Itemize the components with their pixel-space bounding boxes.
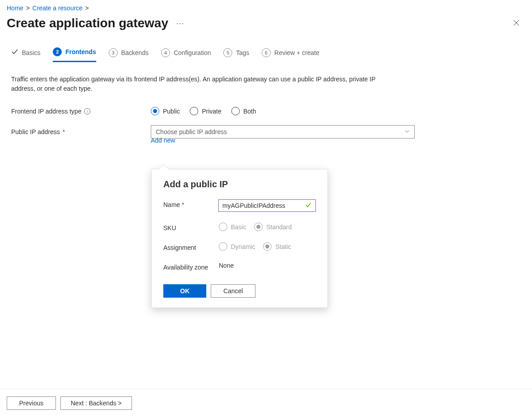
frontend-ip-type-label: Frontend IP address type i bbox=[11, 108, 151, 115]
breadcrumb: Home > Create a resource > bbox=[0, 0, 532, 12]
step-number: 3 bbox=[109, 48, 118, 57]
close-icon[interactable] bbox=[510, 17, 523, 30]
popup-name-input[interactable] bbox=[218, 199, 316, 212]
info-icon[interactable]: i bbox=[84, 108, 90, 114]
tab-label: Tags bbox=[236, 49, 249, 56]
assignment-radio-group: Dynamic Static bbox=[219, 242, 291, 251]
add-public-ip-popup: Add a public IP Name * SKU Basic Standar… bbox=[151, 169, 328, 308]
wizard-footer: Previous Next : Backends > bbox=[0, 389, 532, 417]
label-text: Frontend IP address type bbox=[11, 108, 81, 115]
chevron-down-icon bbox=[404, 128, 410, 135]
step-number: 6 bbox=[262, 48, 271, 57]
required-indicator: * bbox=[182, 201, 184, 208]
tab-review-create[interactable]: 6 Review + create bbox=[262, 48, 319, 62]
tab-label: Review + create bbox=[274, 49, 319, 56]
radio-icon bbox=[219, 242, 227, 251]
radio-sku-basic: Basic bbox=[219, 223, 246, 231]
radio-assignment-static: Static bbox=[263, 242, 291, 251]
add-new-link[interactable]: Add new bbox=[151, 137, 175, 144]
radio-icon bbox=[151, 107, 159, 115]
radio-public[interactable]: Public bbox=[151, 107, 180, 115]
radio-both[interactable]: Both bbox=[231, 107, 256, 115]
radio-label: Public bbox=[163, 108, 180, 115]
breadcrumb-create-resource[interactable]: Create a resource bbox=[32, 4, 82, 12]
radio-icon bbox=[263, 242, 272, 251]
sku-radio-group: Basic Standard bbox=[219, 223, 292, 231]
radio-icon bbox=[219, 223, 227, 231]
checkmark-icon bbox=[305, 202, 311, 210]
radio-icon bbox=[231, 107, 240, 115]
popup-az-label: Availability zone bbox=[163, 262, 219, 271]
breadcrumb-separator: > bbox=[26, 4, 30, 12]
step-number: 2 bbox=[53, 47, 62, 56]
tab-tags[interactable]: 5 Tags bbox=[223, 48, 249, 62]
popup-sku-label: SKU bbox=[163, 223, 219, 232]
tab-backends[interactable]: 3 Backends bbox=[109, 48, 149, 62]
popup-assignment-label: Assignment bbox=[163, 242, 219, 251]
radio-label: Both bbox=[243, 108, 256, 115]
cancel-button[interactable]: Cancel bbox=[211, 284, 255, 298]
radio-label: Standard bbox=[266, 223, 292, 231]
tab-configuration[interactable]: 4 Configuration bbox=[161, 48, 211, 62]
radio-private[interactable]: Private bbox=[190, 107, 221, 115]
tab-label: Frontends bbox=[65, 48, 96, 55]
page-title: Create application gateway bbox=[7, 16, 168, 30]
public-ip-dropdown[interactable]: Choose public IP address bbox=[151, 125, 415, 139]
radio-label: Dynamic bbox=[231, 243, 255, 250]
popup-title: Add a public IP bbox=[163, 179, 316, 190]
radio-label: Static bbox=[275, 243, 291, 250]
more-icon[interactable]: ··· bbox=[176, 19, 184, 28]
label-text: Name bbox=[163, 201, 180, 208]
tab-label: Configuration bbox=[174, 49, 211, 56]
checkmark-icon bbox=[11, 48, 18, 57]
breadcrumb-separator: > bbox=[85, 4, 89, 12]
tab-frontends[interactable]: 2 Frontends bbox=[53, 47, 96, 62]
step-number: 5 bbox=[223, 48, 232, 57]
radio-sku-standard: Standard bbox=[254, 223, 292, 231]
tab-description: Traffic enters the application gateway v… bbox=[0, 62, 412, 93]
ok-button[interactable]: OK bbox=[163, 284, 206, 298]
step-number: 4 bbox=[161, 48, 170, 57]
previous-button[interactable]: Previous bbox=[7, 396, 56, 410]
radio-label: Private bbox=[202, 108, 221, 115]
tab-basics[interactable]: Basics bbox=[11, 48, 40, 62]
radio-icon bbox=[190, 107, 198, 115]
frontend-ip-type-radio-group: Public Private Both bbox=[151, 107, 256, 115]
radio-label: Basic bbox=[231, 223, 246, 231]
breadcrumb-home[interactable]: Home bbox=[7, 4, 23, 12]
wizard-tabs: Basics 2 Frontends 3 Backends 4 Configur… bbox=[0, 30, 532, 62]
popup-name-label: Name * bbox=[163, 199, 218, 208]
tab-label: Backends bbox=[121, 49, 149, 56]
popup-az-value: None bbox=[219, 262, 234, 269]
next-button[interactable]: Next : Backends > bbox=[60, 396, 132, 410]
tab-label: Basics bbox=[22, 49, 40, 56]
radio-icon bbox=[254, 223, 263, 231]
radio-assignment-dynamic: Dynamic bbox=[219, 242, 255, 251]
